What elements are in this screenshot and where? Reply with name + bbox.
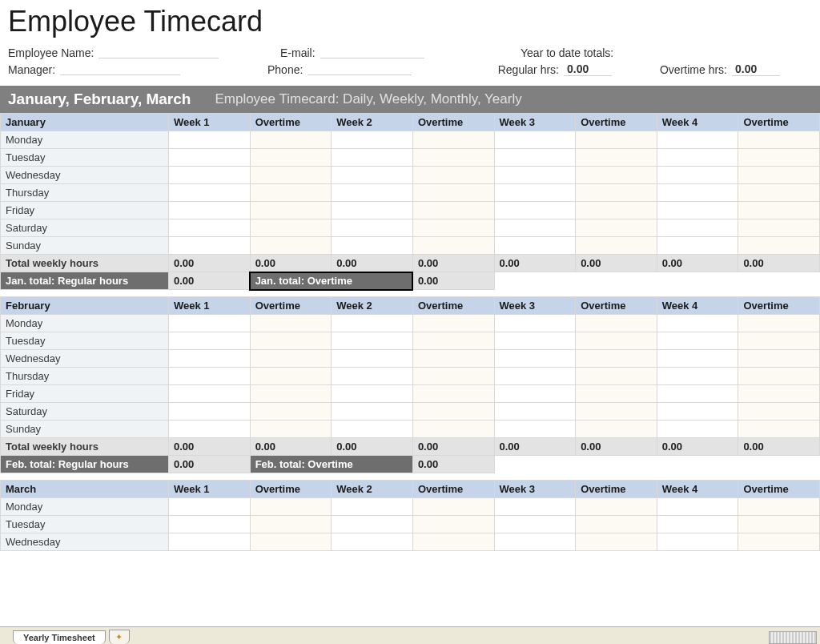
- cell[interactable]: [738, 498, 820, 516]
- cell[interactable]: [576, 368, 657, 385]
- cell[interactable]: [412, 533, 494, 551]
- cell[interactable]: [576, 315, 657, 332]
- cell[interactable]: [169, 350, 251, 368]
- cell[interactable]: [738, 219, 820, 237]
- cell[interactable]: [169, 184, 251, 202]
- cell[interactable]: [738, 533, 820, 551]
- cell[interactable]: [169, 498, 251, 516]
- cell[interactable]: [494, 149, 576, 167]
- sheet-tab-yearly[interactable]: Yearly Timesheet: [13, 630, 106, 644]
- cell[interactable]: [576, 167, 657, 184]
- cell[interactable]: [494, 202, 576, 219]
- cell[interactable]: [738, 237, 820, 255]
- cell[interactable]: [332, 533, 413, 551]
- cell[interactable]: [494, 184, 576, 202]
- cell[interactable]: [494, 368, 576, 385]
- cell[interactable]: [250, 131, 332, 149]
- cell[interactable]: [412, 368, 494, 385]
- cell[interactable]: [738, 202, 820, 219]
- cell[interactable]: [494, 516, 576, 533]
- cell[interactable]: [169, 131, 251, 149]
- cell[interactable]: [738, 315, 820, 332]
- cell[interactable]: [412, 219, 494, 237]
- cell[interactable]: [169, 516, 251, 533]
- cell[interactable]: [250, 149, 332, 167]
- cell[interactable]: [494, 403, 576, 421]
- cell[interactable]: [576, 385, 657, 403]
- cell[interactable]: [332, 202, 413, 219]
- cell[interactable]: [576, 533, 657, 551]
- cell[interactable]: [412, 498, 494, 516]
- cell[interactable]: [412, 184, 494, 202]
- cell[interactable]: [250, 184, 332, 202]
- cell[interactable]: [738, 403, 820, 421]
- cell[interactable]: [657, 385, 738, 403]
- cell[interactable]: [412, 421, 494, 438]
- cell[interactable]: [657, 315, 738, 332]
- email-input[interactable]: [320, 47, 424, 58]
- employee-name-input[interactable]: [98, 47, 219, 58]
- cell[interactable]: [657, 533, 738, 551]
- cell[interactable]: [412, 149, 494, 167]
- cell[interactable]: [169, 219, 251, 237]
- cell[interactable]: [332, 332, 413, 350]
- overtime-hrs-value[interactable]: 0.00: [732, 62, 780, 76]
- cell[interactable]: [657, 184, 738, 202]
- cell[interactable]: [657, 237, 738, 255]
- cell[interactable]: [576, 498, 657, 516]
- cell[interactable]: [169, 149, 251, 167]
- cell[interactable]: [657, 403, 738, 421]
- cell[interactable]: [169, 403, 251, 421]
- cell[interactable]: [657, 332, 738, 350]
- cell[interactable]: [332, 184, 413, 202]
- cell[interactable]: [250, 403, 332, 421]
- regular-hrs-value[interactable]: 0.00: [564, 62, 612, 76]
- cell[interactable]: [657, 498, 738, 516]
- cell[interactable]: [332, 516, 413, 533]
- cell[interactable]: [738, 421, 820, 438]
- cell[interactable]: [412, 350, 494, 368]
- cell[interactable]: [494, 167, 576, 184]
- cell[interactable]: [332, 421, 413, 438]
- cell[interactable]: [250, 350, 332, 368]
- cell[interactable]: [169, 237, 251, 255]
- cell[interactable]: [576, 184, 657, 202]
- cell[interactable]: [494, 332, 576, 350]
- cell[interactable]: [494, 131, 576, 149]
- cell[interactable]: [657, 350, 738, 368]
- cell[interactable]: [412, 237, 494, 255]
- cell[interactable]: [332, 350, 413, 368]
- cell[interactable]: [657, 202, 738, 219]
- cell[interactable]: [250, 315, 332, 332]
- cell[interactable]: [332, 131, 413, 149]
- cell[interactable]: [169, 533, 251, 551]
- cell[interactable]: [250, 421, 332, 438]
- cell[interactable]: [494, 533, 576, 551]
- cell[interactable]: [657, 421, 738, 438]
- cell[interactable]: [576, 421, 657, 438]
- cell[interactable]: [332, 315, 413, 332]
- cell[interactable]: [738, 332, 820, 350]
- cell[interactable]: [412, 202, 494, 219]
- cell[interactable]: [738, 167, 820, 184]
- cell[interactable]: [494, 315, 576, 332]
- cell[interactable]: [332, 498, 413, 516]
- cell[interactable]: [738, 184, 820, 202]
- cell[interactable]: [657, 167, 738, 184]
- cell[interactable]: [169, 332, 251, 350]
- new-sheet-icon[interactable]: ✦: [109, 630, 130, 644]
- cell[interactable]: [250, 202, 332, 219]
- manager-input[interactable]: [60, 64, 180, 75]
- cell[interactable]: [169, 385, 251, 403]
- cell[interactable]: [169, 315, 251, 332]
- cell[interactable]: [250, 167, 332, 184]
- cell[interactable]: [332, 368, 413, 385]
- cell[interactable]: [494, 385, 576, 403]
- cell[interactable]: [250, 332, 332, 350]
- cell[interactable]: [250, 533, 332, 551]
- cell[interactable]: [412, 332, 494, 350]
- cell[interactable]: [576, 350, 657, 368]
- cell[interactable]: [657, 131, 738, 149]
- cell[interactable]: [576, 403, 657, 421]
- cell[interactable]: [576, 332, 657, 350]
